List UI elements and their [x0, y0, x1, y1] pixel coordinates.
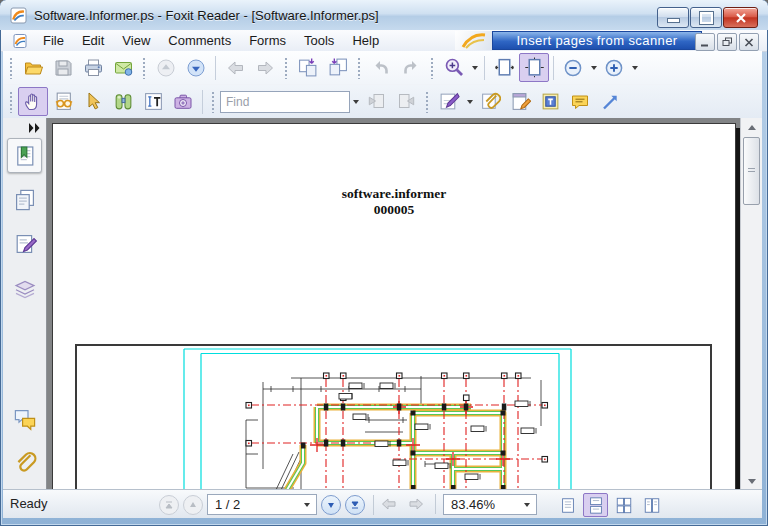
arrow-annot-icon — [600, 92, 621, 112]
book-view-button[interactable] — [639, 493, 664, 517]
insert-pages-button[interactable] — [293, 53, 323, 82]
toolbar-drag-handle[interactable] — [9, 57, 14, 79]
save-button[interactable] — [48, 53, 78, 82]
maximize-button[interactable] — [690, 7, 722, 28]
chevron-down-icon — [591, 66, 597, 70]
comment-icon — [569, 92, 591, 112]
first-page-icon — [164, 500, 174, 510]
continuous-view-button[interactable] — [583, 493, 608, 517]
hand-tool-icon — [23, 91, 43, 112]
arrow-annotation-button[interactable] — [595, 87, 625, 116]
bookmarks-panel-tab[interactable] — [7, 138, 42, 173]
toolbar-drag-handle[interactable] — [357, 57, 362, 79]
mdi-close-icon — [744, 38, 754, 47]
window-title: Software.Informer.ps - Foxit Reader - [S… — [34, 8, 379, 23]
page-number-combo[interactable]: 1 / 2 — [207, 494, 317, 515]
single-page-view-button[interactable] — [555, 493, 580, 517]
vertical-scrollbar[interactable] — [740, 118, 762, 490]
replace-pages-icon — [327, 57, 349, 78]
print-button[interactable] — [78, 53, 108, 82]
select-annotation-button[interactable] — [78, 87, 108, 116]
attach-file-button[interactable] — [475, 87, 505, 116]
annotations-panel-tab[interactable] — [7, 226, 42, 261]
first-page-button[interactable] — [159, 495, 179, 515]
find-input[interactable] — [220, 91, 350, 113]
print-icon — [83, 58, 104, 78]
toolbar-drag-handle[interactable] — [430, 57, 435, 79]
scanner-banner[interactable]: Insert pages from scanner — [455, 31, 702, 50]
find-dropdown[interactable] — [350, 88, 361, 115]
comments-panel-icon — [13, 407, 37, 431]
snapshot-button[interactable] — [168, 87, 198, 116]
email-button[interactable] — [108, 53, 138, 82]
fit-width-button[interactable] — [489, 53, 519, 82]
search-button[interactable] — [108, 87, 138, 116]
mdi-minimize-button[interactable] — [695, 33, 715, 51]
next-view-button[interactable] — [181, 53, 211, 82]
typewriter-button[interactable] — [535, 87, 565, 116]
close-icon — [735, 13, 747, 23]
document-view[interactable]: software.informer 000005 — [47, 118, 741, 490]
zoom-in-dropdown[interactable] — [629, 54, 640, 81]
scroll-up-button[interactable] — [742, 119, 761, 135]
menu-comments[interactable]: Comments — [159, 31, 240, 50]
next-page-button[interactable] — [321, 495, 341, 515]
reading-mode-button[interactable] — [48, 87, 78, 116]
layout-single-icon — [559, 496, 577, 515]
undo-button[interactable] — [366, 53, 396, 82]
zoom-in-button[interactable] — [599, 53, 629, 82]
toolbar-drag-handle[interactable] — [211, 91, 216, 113]
annots-panel-icon — [13, 232, 37, 256]
minimize-button[interactable] — [657, 7, 689, 28]
fit-page-button[interactable] — [519, 53, 549, 82]
history-back-button[interactable] — [377, 494, 401, 514]
toolbar-separator — [553, 56, 554, 80]
select-text-button[interactable] — [138, 87, 168, 116]
menu-tools[interactable]: Tools — [295, 31, 343, 50]
toolbar-separator — [484, 56, 485, 80]
mdi-restore-icon — [722, 37, 733, 47]
zoom-out-button[interactable] — [558, 53, 588, 82]
toolbar-drag-handle[interactable] — [9, 91, 14, 113]
pencil-tool-button[interactable] — [505, 87, 535, 116]
hand-tool-button[interactable] — [18, 87, 48, 116]
menu-file[interactable]: File — [34, 31, 73, 50]
attachments-panel-tab[interactable] — [7, 445, 42, 480]
redo-button[interactable] — [396, 53, 426, 82]
expand-panel-button[interactable] — [26, 121, 42, 135]
insert-pages-icon — [297, 57, 319, 78]
zoom-combo[interactable]: 83.46% — [443, 494, 537, 515]
menu-view[interactable]: View — [113, 31, 159, 50]
zoom-out-dropdown[interactable] — [588, 54, 599, 81]
previous-page-button[interactable] — [183, 495, 203, 515]
zoom-tool-dropdown[interactable] — [469, 54, 480, 81]
mdi-close-button[interactable] — [739, 33, 759, 51]
scroll-down-button[interactable] — [742, 473, 761, 489]
history-forward-button[interactable] — [404, 494, 428, 514]
open-button[interactable] — [18, 53, 48, 82]
highlight-tool-button[interactable] — [434, 87, 464, 116]
find-next-button[interactable] — [391, 87, 421, 116]
menu-forms[interactable]: Forms — [240, 31, 295, 50]
layers-panel-tab[interactable] — [7, 270, 42, 305]
find-previous-button[interactable] — [361, 87, 391, 116]
previous-view-button[interactable] — [151, 53, 181, 82]
toolbar-drag-handle[interactable] — [425, 91, 430, 113]
menu-edit[interactable]: Edit — [73, 31, 113, 50]
go-back-button[interactable] — [220, 53, 250, 82]
scrollbar-thumb[interactable] — [743, 137, 760, 205]
marquee-zoom-button[interactable] — [439, 53, 469, 82]
toolbar-drag-handle[interactable] — [142, 57, 147, 79]
menu-help[interactable]: Help — [343, 31, 388, 50]
go-forward-button[interactable] — [250, 53, 280, 82]
last-page-button[interactable] — [345, 495, 365, 515]
mdi-restore-button[interactable] — [717, 33, 737, 51]
pages-panel-tab[interactable] — [7, 182, 42, 217]
close-button[interactable] — [723, 7, 758, 28]
replace-pages-button[interactable] — [323, 53, 353, 82]
toolbar-drag-handle[interactable] — [284, 57, 289, 79]
highlight-dropdown[interactable] — [464, 88, 475, 115]
note-comment-button[interactable] — [565, 87, 595, 116]
comments-panel-tab[interactable] — [7, 401, 42, 436]
facing-view-button[interactable] — [611, 493, 636, 517]
